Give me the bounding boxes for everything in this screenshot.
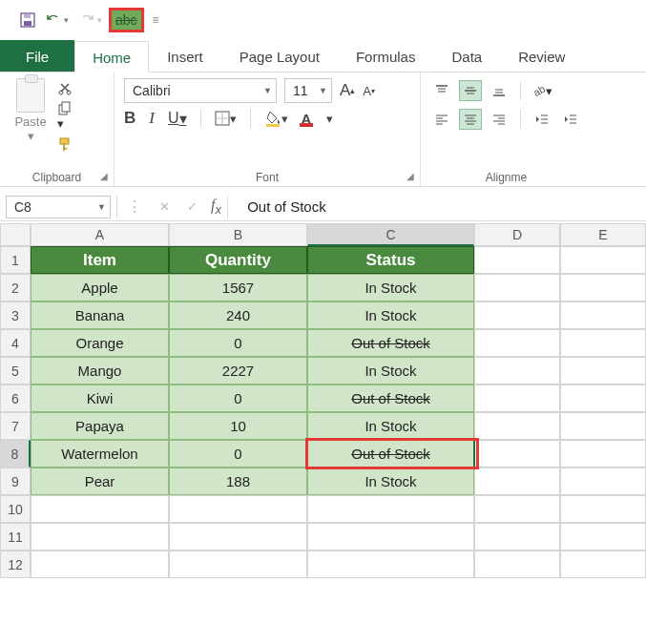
cell[interactable] — [474, 384, 560, 412]
cell[interactable] — [474, 551, 560, 578]
select-all-corner[interactable] — [0, 223, 31, 246]
cell[interactable] — [474, 301, 560, 329]
chevron-down-icon[interactable]: ▾ — [281, 112, 288, 126]
italic-button[interactable]: I — [149, 109, 155, 128]
cell[interactable]: 10 — [169, 412, 307, 440]
cell[interactable] — [169, 523, 307, 551]
decrease-indent-button[interactable] — [531, 109, 553, 130]
cell[interactable]: In Stock — [307, 301, 474, 329]
chevron-down-icon[interactable]: ▼ — [263, 86, 272, 95]
cell[interactable]: 0 — [169, 384, 307, 412]
cell[interactable]: In Stock — [307, 467, 474, 495]
col-header-E[interactable]: E — [560, 223, 646, 246]
col-header-A[interactable]: A — [31, 223, 169, 246]
cell[interactable]: Banana — [31, 301, 169, 329]
cell[interactable]: Out of Stock — [307, 329, 474, 357]
row-header-12[interactable]: 12 — [0, 551, 31, 578]
increase-font-button[interactable]: A▴ — [340, 81, 355, 100]
cell[interactable]: 1567 — [169, 274, 307, 301]
col-header-C[interactable]: C — [307, 223, 474, 246]
dialog-launcher-icon[interactable]: ◢ — [406, 171, 414, 181]
cell[interactable]: Mango — [31, 357, 169, 384]
cell[interactable] — [474, 274, 560, 301]
chevron-down-icon[interactable]: ▾ — [546, 84, 552, 98]
cell[interactable] — [560, 357, 646, 384]
row-header-4[interactable]: 4 — [0, 329, 31, 357]
cell[interactable] — [307, 523, 474, 551]
row-header-9[interactable]: 9 — [0, 467, 31, 495]
align-left-button[interactable] — [430, 109, 453, 130]
chevron-down-icon[interactable]: ▼ — [319, 86, 327, 95]
cell[interactable] — [560, 495, 646, 523]
row-header-7[interactable]: 7 — [0, 412, 31, 440]
undo-button[interactable]: ▾ — [42, 10, 72, 31]
align-top-button[interactable] — [430, 80, 453, 101]
cell[interactable]: Out of Stock — [307, 440, 474, 467]
customize-qat-button[interactable]: ≡ — [148, 10, 162, 30]
align-middle-button[interactable] — [459, 80, 482, 101]
cell[interactable] — [31, 523, 169, 551]
cell[interactable]: Out of Stock — [307, 384, 474, 412]
cell[interactable]: Kiwi — [31, 384, 169, 412]
row-header-10[interactable]: 10 — [0, 495, 31, 523]
dialog-launcher-icon[interactable]: ◢ — [100, 171, 108, 181]
copy-button[interactable]: ▾ — [57, 101, 73, 131]
fill-color-button[interactable]: ▾ — [264, 110, 288, 127]
tab-home[interactable]: Home — [74, 41, 149, 73]
chevron-down-icon[interactable]: ▾ — [230, 112, 237, 126]
tab-page-layout[interactable]: Page Layout — [221, 40, 338, 72]
cell[interactable] — [474, 467, 560, 495]
font-color-button[interactable]: A▾ — [302, 110, 334, 127]
cell[interactable] — [560, 551, 646, 578]
cell[interactable] — [560, 274, 646, 301]
cell[interactable]: Pear — [31, 467, 169, 495]
cancel-formula-button[interactable]: ✕ — [159, 199, 170, 214]
align-right-button[interactable] — [488, 109, 511, 130]
formula-input[interactable]: Out of Stock — [247, 198, 326, 215]
enter-formula-button[interactable]: ✓ — [187, 199, 198, 214]
cell[interactable]: Papaya — [31, 412, 169, 440]
tab-data[interactable]: Data — [433, 40, 500, 72]
cell[interactable] — [169, 495, 307, 523]
save-button[interactable] — [17, 10, 38, 31]
cell[interactable]: 2227 — [169, 357, 307, 384]
increase-indent-button[interactable] — [559, 109, 582, 130]
cell[interactable] — [474, 440, 560, 467]
functions-button[interactable]: ⋮ — [127, 197, 142, 216]
tab-file[interactable]: File — [0, 40, 74, 72]
tab-insert[interactable]: Insert — [149, 40, 221, 72]
cell[interactable] — [474, 357, 560, 384]
cell[interactable] — [560, 329, 646, 357]
row-header-3[interactable]: 3 — [0, 301, 31, 329]
cell[interactable] — [474, 329, 560, 357]
format-painter-button[interactable] — [57, 136, 73, 152]
strikethrough-qat-button[interactable]: abc — [109, 8, 144, 32]
underline-button[interactable]: U▾ — [168, 110, 187, 128]
bold-button[interactable]: B — [124, 109, 135, 128]
spreadsheet-grid[interactable]: 123456789101112 ABCDE ItemQuantityStatus… — [0, 223, 646, 578]
fx-icon[interactable]: fx — [211, 197, 221, 217]
cell[interactable] — [560, 246, 646, 274]
cell[interactable] — [560, 301, 646, 329]
col-header-B[interactable]: B — [169, 223, 307, 246]
cell[interactable] — [474, 495, 560, 523]
row-header-8[interactable]: 8 — [0, 440, 31, 467]
cell[interactable]: In Stock — [307, 357, 474, 384]
cell[interactable]: In Stock — [307, 412, 474, 440]
cell[interactable]: 0 — [169, 440, 307, 467]
align-bottom-button[interactable] — [488, 80, 511, 101]
cell[interactable]: Status — [307, 246, 474, 274]
tab-review[interactable]: Review — [500, 40, 583, 72]
tab-formulas[interactable]: Formulas — [338, 40, 434, 72]
cell[interactable]: Orange — [31, 329, 169, 357]
col-header-D[interactable]: D — [474, 223, 560, 246]
cell[interactable] — [307, 551, 474, 578]
chevron-down-icon[interactable]: ▾ — [326, 112, 333, 126]
chevron-down-icon[interactable]: ▾ — [97, 15, 102, 25]
paste-button[interactable]: Paste ▾ — [10, 78, 52, 143]
row-header-2[interactable]: 2 — [0, 274, 31, 301]
name-box[interactable]: C8▼ — [6, 196, 111, 218]
cell[interactable] — [474, 523, 560, 551]
cell[interactable] — [560, 412, 646, 440]
cell[interactable] — [560, 384, 646, 412]
